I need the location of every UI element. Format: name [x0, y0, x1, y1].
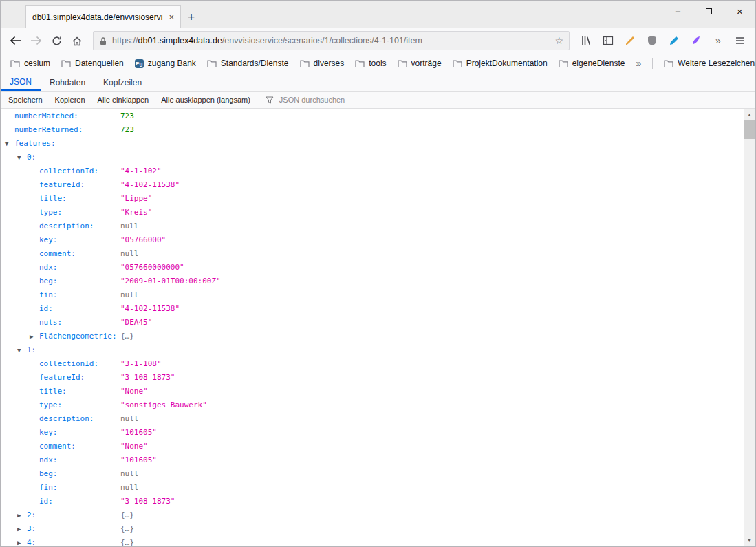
- bookmark-item[interactable]: eigeneDienste: [553, 56, 631, 70]
- json-tree-row: title:"Lippe": [1, 192, 755, 206]
- scrollbar-thumb[interactable]: [744, 120, 755, 139]
- json-tree-row[interactable]: ▼features:: [1, 137, 755, 151]
- json-value-string: "101605": [120, 453, 157, 467]
- json-tree-row[interactable]: ▶2:{…}: [1, 508, 755, 522]
- bookmarks-right: » Weitere Lesezeichen: [630, 56, 756, 71]
- json-value-string: "Lippe": [120, 192, 152, 206]
- forward-button[interactable]: [25, 31, 46, 50]
- overflow-chevron-icon[interactable]: »: [707, 31, 729, 50]
- json-value-object: {…}: [120, 536, 134, 546]
- json-value-string: "3-1-108": [120, 357, 162, 371]
- json-key: description:: [39, 414, 94, 423]
- other-bookmarks-label: Weitere Lesezeichen: [678, 58, 755, 68]
- bookmark-label: diverses: [314, 58, 345, 68]
- viewer-tab-json[interactable]: JSON: [1, 74, 41, 91]
- bookmark-label: eigeneDienste: [572, 58, 625, 68]
- expander-closed-icon[interactable]: ▶: [30, 330, 39, 343]
- new-tab-button[interactable]: +: [181, 6, 202, 28]
- json-value-number: 723: [120, 109, 134, 123]
- toolbar-button[interactable]: Speichern: [2, 96, 49, 104]
- json-tree-row: numberReturned:723: [1, 123, 755, 137]
- json-tree-row: nuts:"DEA45": [1, 316, 755, 330]
- tab-close-icon[interactable]: ×: [166, 12, 176, 22]
- json-key: title:: [39, 194, 67, 203]
- toolbar-button[interactable]: Alle ausklappen (langsam): [155, 96, 257, 104]
- json-key: features:: [14, 139, 56, 148]
- json-key: fin:: [39, 290, 58, 299]
- expander-open-icon[interactable]: ▼: [5, 137, 14, 151]
- expander-closed-icon[interactable]: ▶: [17, 536, 27, 546]
- reload-button[interactable]: [46, 31, 67, 50]
- json-tree-row: beg:"2009-01-01T00:00:00Z": [1, 275, 755, 288]
- json-key: key:: [39, 428, 58, 437]
- toolbar-separator: [261, 95, 261, 105]
- menu-icon[interactable]: [729, 31, 751, 50]
- json-tree-row[interactable]: ▼0:: [1, 151, 755, 164]
- extension-shield-icon[interactable]: [641, 31, 663, 50]
- json-tree-row[interactable]: ▶3:{…}: [1, 522, 755, 536]
- home-button[interactable]: [67, 31, 87, 50]
- json-tree-row: featureId:"4-102-11538": [1, 178, 755, 192]
- json-tree-row: ndx:"057660000000": [1, 261, 755, 275]
- folder-icon: [10, 59, 20, 68]
- bookmark-item[interactable]: cesium: [5, 56, 56, 70]
- json-key: type:: [39, 400, 62, 409]
- bookmarks-toolbar: cesiumDatenquellenPgzugang BankStandards…: [1, 53, 755, 74]
- tab-title: db01.simplex4data.de/envvisioservi: [32, 12, 166, 22]
- folder-icon: [559, 59, 568, 68]
- json-value-null: null: [120, 467, 139, 481]
- bookmark-item[interactable]: Standards/Dienste: [202, 56, 294, 70]
- minimize-button[interactable]: −: [662, 1, 693, 21]
- json-search-input[interactable]: [278, 95, 388, 105]
- json-key: 2:: [27, 511, 36, 519]
- url-domain: db01.simplex4data.de: [138, 36, 222, 45]
- bookmark-item[interactable]: tools: [349, 56, 391, 70]
- extension-feather-icon[interactable]: [685, 31, 707, 50]
- close-button[interactable]: ×: [724, 1, 755, 21]
- extension-brush-icon[interactable]: [619, 31, 641, 50]
- bookmark-item[interactable]: diverses: [294, 56, 350, 70]
- library-icon[interactable]: [575, 31, 597, 50]
- funnel-icon: [266, 96, 274, 104]
- scroll-up-icon[interactable]: ▲: [744, 109, 755, 120]
- json-key: 1:: [27, 345, 36, 354]
- maximize-button[interactable]: [693, 1, 724, 21]
- browser-window: db01.simplex4data.de/envvisioservi × + −…: [0, 0, 756, 547]
- folder-icon: [300, 59, 310, 68]
- bookmark-item[interactable]: Pgzugang Bank: [129, 56, 202, 70]
- json-value-string: "DEA45": [120, 316, 152, 330]
- json-tree-row[interactable]: ▶4:{…}: [1, 536, 755, 546]
- viewer-tab-kopfzeilen[interactable]: Kopfzeilen: [94, 74, 151, 91]
- bookmark-label: vorträge: [411, 58, 442, 68]
- folder-icon: [453, 59, 462, 68]
- other-bookmarks-button[interactable]: Weitere Lesezeichen: [658, 56, 756, 70]
- extension-pen-icon[interactable]: [663, 31, 685, 50]
- bookmark-star-icon[interactable]: ☆: [554, 35, 563, 46]
- bookmarks-overflow-button[interactable]: »: [630, 56, 647, 71]
- sidebar-icon[interactable]: [597, 31, 619, 50]
- url-bar[interactable]: https://db01.simplex4data.de/envvisioser…: [93, 31, 570, 50]
- bookmark-item[interactable]: Datenquellen: [56, 56, 129, 70]
- json-tree-row: fin:null: [1, 481, 755, 495]
- back-button[interactable]: [5, 31, 25, 50]
- scroll-down-icon[interactable]: ▼: [744, 535, 755, 546]
- expander-open-icon[interactable]: ▼: [17, 151, 27, 164]
- toolbar-button[interactable]: Kopieren: [49, 96, 91, 104]
- expander-closed-icon[interactable]: ▶: [17, 508, 27, 522]
- home-icon: [72, 36, 83, 46]
- json-key: beg:: [39, 469, 58, 478]
- json-tree-row[interactable]: ▶Flächengeometrie:{…}: [1, 330, 755, 343]
- toolbar-button[interactable]: Alle einklappen: [91, 96, 155, 104]
- expander-open-icon[interactable]: ▼: [17, 343, 27, 357]
- browser-tab[interactable]: db01.simplex4data.de/envvisioservi ×: [25, 5, 181, 28]
- vertical-scrollbar[interactable]: ▲ ▼: [744, 109, 755, 546]
- folder-icon: [207, 59, 217, 68]
- viewer-tab-rohdaten[interactable]: Rohdaten: [41, 74, 94, 91]
- expander-closed-icon[interactable]: ▶: [17, 522, 27, 536]
- bookmark-item[interactable]: vorträge: [392, 56, 447, 70]
- bookmark-item[interactable]: ProjektDokumentation: [447, 56, 553, 70]
- json-tree: numberMatched:723numberReturned:723▼feat…: [1, 109, 755, 546]
- json-tree-row: comment:"None": [1, 440, 755, 453]
- json-value-string: "sonstiges Bauwerk": [120, 398, 207, 412]
- json-tree-row[interactable]: ▼1:: [1, 343, 755, 357]
